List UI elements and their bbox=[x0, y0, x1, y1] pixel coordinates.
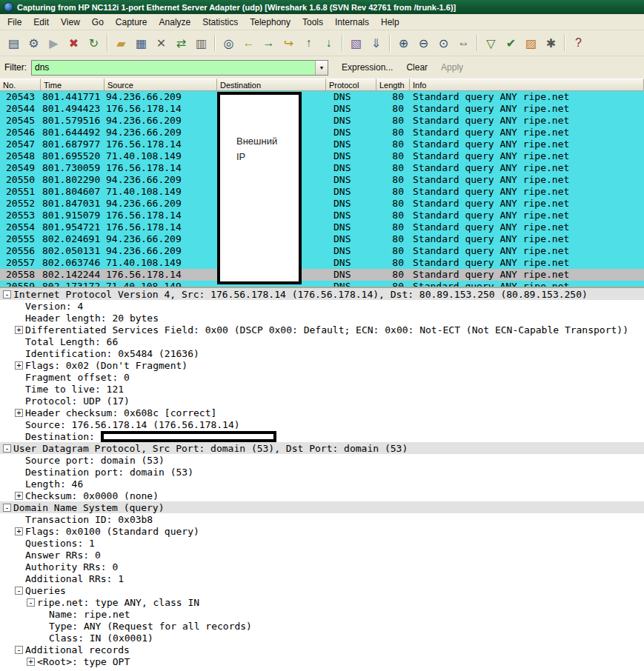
auto-scroll-icon[interactable]: ⇓ bbox=[366, 33, 386, 53]
detail-row[interactable]: Name: ripe.net bbox=[0, 608, 644, 620]
detail-row[interactable]: -Internet Protocol Version 4, Src: 176.5… bbox=[0, 288, 644, 300]
column-header-destination[interactable]: Destination bbox=[217, 79, 326, 91]
expand-icon[interactable]: + bbox=[27, 658, 35, 666]
file-open-icon[interactable]: ▰ bbox=[111, 33, 131, 53]
detail-row[interactable]: +Flags: 0x0100 (Standard query) bbox=[0, 525, 644, 537]
packet-row[interactable]: 20547801.687977176.56.178.14DNS80Standar… bbox=[0, 138, 644, 150]
detail-row[interactable]: Answer RRs: 0 bbox=[0, 549, 644, 561]
expand-icon[interactable]: + bbox=[15, 527, 23, 535]
menu-edit[interactable]: Edit bbox=[27, 15, 55, 30]
collapse-icon[interactable]: - bbox=[15, 587, 23, 595]
file-close-icon[interactable]: ✕ bbox=[151, 33, 171, 53]
detail-row[interactable]: Additional RRs: 1 bbox=[0, 572, 644, 584]
go-to-packet-icon[interactable]: ↪ bbox=[279, 33, 299, 53]
column-header-time[interactable]: Time bbox=[41, 79, 104, 91]
go-to-bottom-icon[interactable]: ↓ bbox=[319, 33, 339, 53]
detail-row[interactable]: +Header checksum: 0x608c [correct] bbox=[0, 407, 644, 418]
detail-row[interactable]: Questions: 1 bbox=[0, 537, 644, 549]
detail-row[interactable]: Fragment offset: 0 bbox=[0, 371, 644, 383]
column-header-protocol[interactable]: Protocol bbox=[326, 79, 376, 91]
detail-row[interactable]: Source port: domain (53) bbox=[0, 454, 644, 466]
file-save-icon[interactable]: ▦ bbox=[131, 33, 151, 53]
go-back-icon[interactable]: ← bbox=[239, 33, 259, 53]
packet-row[interactable]: 20548801.69552071.40.108.149DNS80Standar… bbox=[0, 150, 644, 162]
detail-row[interactable]: +Differentiated Services Field: 0x00 (DS… bbox=[0, 324, 644, 336]
expand-icon[interactable]: + bbox=[15, 361, 23, 370]
packet-row[interactable]: 20553801.915079176.56.178.14DNS80Standar… bbox=[0, 210, 644, 221]
detail-row[interactable]: Version: 4 bbox=[0, 300, 644, 312]
menu-go[interactable]: Go bbox=[86, 15, 110, 30]
zoom-in-icon[interactable]: ⊕ bbox=[394, 33, 414, 53]
detail-row[interactable]: Source: 176.56.178.14 (176.56.178.14) bbox=[0, 418, 644, 430]
display-filters-icon[interactable]: ✔ bbox=[501, 33, 521, 53]
detail-row[interactable]: Identification: 0x5484 (21636) bbox=[0, 347, 644, 359]
menu-telephony[interactable]: Telephony bbox=[244, 15, 296, 30]
clear-button[interactable]: Clear bbox=[406, 62, 428, 73]
zoom-normal-icon[interactable]: ⊙ bbox=[434, 33, 454, 53]
capture-restart-icon[interactable]: ↻ bbox=[84, 33, 104, 53]
packet-row[interactable]: 20546801.64449294.236.66.209DNS80Standar… bbox=[0, 127, 644, 138]
detail-row[interactable]: Length: 46 bbox=[0, 478, 644, 490]
detail-row[interactable]: -Domain Name System (query) bbox=[0, 501, 644, 513]
detail-row[interactable]: -Queries bbox=[0, 584, 644, 596]
coloring-rules-icon[interactable]: ▨ bbox=[521, 33, 541, 53]
menu-statistics[interactable]: Statistics bbox=[196, 15, 244, 30]
menu-internals[interactable]: Internals bbox=[329, 15, 375, 30]
reload-icon[interactable]: ⇄ bbox=[171, 33, 191, 53]
filter-label[interactable]: Filter: bbox=[3, 60, 31, 75]
apply-button[interactable]: Apply bbox=[441, 62, 463, 73]
expand-icon[interactable]: + bbox=[15, 409, 23, 417]
find-packet-icon[interactable]: ◎ bbox=[219, 33, 239, 53]
packet-row[interactable]: 20545801.57951694.236.66.209DNS80Standar… bbox=[0, 115, 644, 127]
preferences-icon[interactable]: ✱ bbox=[541, 33, 561, 53]
menu-view[interactable]: View bbox=[55, 15, 86, 30]
detail-row[interactable]: -Additional records bbox=[0, 644, 644, 655]
help-icon[interactable]: ? bbox=[568, 33, 588, 53]
column-header-info[interactable]: Info bbox=[410, 79, 644, 91]
collapse-icon[interactable]: - bbox=[3, 290, 11, 298]
packet-row[interactable]: 20543801.44177194.236.66.209DNS80Standar… bbox=[0, 91, 644, 103]
detail-row[interactable]: +Checksum: 0x0000 (none) bbox=[0, 490, 644, 501]
filter-input[interactable]: dns ▼ bbox=[31, 60, 328, 76]
menu-help[interactable]: Help bbox=[375, 15, 405, 30]
menu-tools[interactable]: Tools bbox=[296, 15, 329, 30]
column-header-no[interactable]: No. bbox=[0, 79, 41, 91]
zoom-out-icon[interactable]: ⊖ bbox=[414, 33, 434, 53]
column-header-source[interactable]: Source bbox=[104, 79, 217, 91]
detail-row[interactable]: -User Datagram Protocol, Src Port: domai… bbox=[0, 442, 644, 454]
filter-dropdown-icon[interactable]: ▼ bbox=[315, 61, 328, 75]
detail-row[interactable]: Destination port: domain (53) bbox=[0, 466, 644, 478]
detail-row[interactable]: +<Root>: type OPT bbox=[0, 655, 644, 667]
capture-stop-icon[interactable]: ✖ bbox=[64, 33, 84, 53]
capture-options-icon[interactable]: ⚙ bbox=[24, 33, 44, 53]
detail-row[interactable]: -ripe.net: type ANY, class IN bbox=[0, 596, 644, 608]
expand-icon[interactable]: + bbox=[15, 492, 23, 500]
packet-row[interactable]: 20555802.02469194.236.66.209DNS80Standar… bbox=[0, 233, 644, 245]
detail-row[interactable]: Destination: bbox=[0, 430, 644, 442]
capture-filters-icon[interactable]: ▽ bbox=[481, 33, 501, 53]
list-interfaces-icon[interactable]: ▤ bbox=[4, 33, 24, 53]
packet-row[interactable]: 20552801.84703194.236.66.209DNS80Standar… bbox=[0, 198, 644, 210]
expand-icon[interactable]: + bbox=[15, 326, 23, 334]
colorize-list-icon[interactable]: ▧ bbox=[346, 33, 366, 53]
collapse-icon[interactable]: - bbox=[3, 444, 11, 453]
collapse-icon[interactable]: - bbox=[27, 598, 35, 607]
go-to-top-icon[interactable]: ↑ bbox=[299, 33, 319, 53]
packet-row[interactable]: 20556802.05013194.236.66.209DNS80Standar… bbox=[0, 245, 644, 257]
go-forward-icon[interactable]: → bbox=[259, 33, 279, 53]
packet-row[interactable]: 20550801.80229094.236.66.209DNS80Standar… bbox=[0, 174, 644, 186]
expression-button[interactable]: Expression... bbox=[342, 62, 393, 73]
detail-row[interactable]: +Flags: 0x02 (Don't Fragment) bbox=[0, 359, 644, 371]
packet-row[interactable]: 20549801.730059176.56.178.14DNS80Standar… bbox=[0, 162, 644, 174]
detail-row[interactable]: Time to live: 121 bbox=[0, 383, 644, 395]
packet-row[interactable]: 20559802.17317271.40.108.149DNS80Standar… bbox=[0, 281, 644, 287]
menu-file[interactable]: File bbox=[1, 15, 27, 30]
capture-start-icon[interactable]: ▶ bbox=[44, 33, 64, 53]
print-icon[interactable]: ▥ bbox=[191, 33, 211, 53]
packet-row[interactable]: 20544801.494423176.56.178.14DNS80Standar… bbox=[0, 103, 644, 115]
column-header-length[interactable]: Length bbox=[376, 79, 410, 91]
packet-row[interactable]: 20551801.80460771.40.108.149DNS80Standar… bbox=[0, 186, 644, 198]
packet-list[interactable]: 20543801.44177194.236.66.209DNS80Standar… bbox=[0, 91, 644, 287]
menu-capture[interactable]: Capture bbox=[110, 15, 153, 30]
detail-row[interactable]: Class: IN (0x0001) bbox=[0, 632, 644, 644]
